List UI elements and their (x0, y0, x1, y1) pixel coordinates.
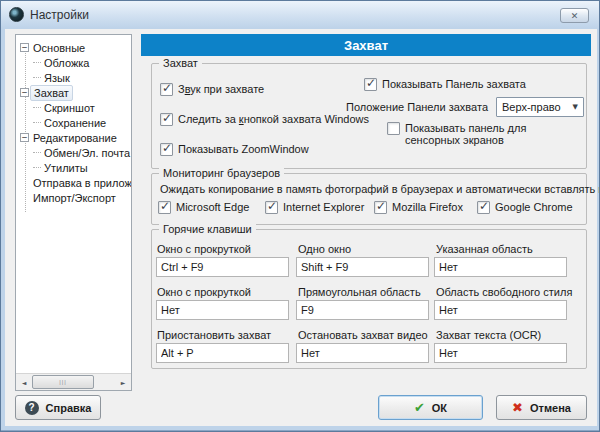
tree-branch-line (33, 107, 41, 108)
check-icon: ✓ (376, 199, 386, 213)
hotkey-label-7: Остановать захват видео (298, 329, 428, 341)
tree-item-obmen-pochta[interactable]: Обмен/Эл. почта (16, 145, 131, 160)
app-icon (9, 7, 24, 22)
browser-group-legend: Мониторинг браузеров (159, 167, 284, 180)
scroll-left-arrow[interactable]: ◄ (16, 374, 32, 390)
hotkey-label-8: Захват текста (OCR) (436, 329, 541, 341)
hotkey-input-1[interactable] (296, 257, 429, 277)
sound-on-capture-checkbox[interactable]: ✓ Звук при захвате (160, 83, 264, 96)
checkbox[interactable]: ✓ (160, 143, 173, 156)
hotkeys-group-legend: Горячие клавиши (159, 223, 256, 236)
cancel-x-icon: ✖ (512, 400, 523, 415)
tree-item-zakhvat-selected[interactable]: − Захват (16, 85, 131, 100)
touch-panel-checkbox[interactable]: ✓ Показывать панель для сенсорных экрано… (387, 122, 570, 146)
check-icon: ✓ (162, 141, 172, 155)
tree-branch-line (33, 122, 41, 123)
google-chrome-checkbox[interactable]: ✓ Google Chrome (477, 201, 573, 214)
tree-expander-icon[interactable]: − (20, 43, 29, 52)
mozilla-firefox-checkbox[interactable]: ✓ Mozilla Firefox (374, 201, 463, 214)
browser-monitoring-group: Мониторинг браузеров Ожидать копирование… (151, 173, 587, 225)
panel-position-value: Верх-право (502, 101, 561, 113)
hotkeys-group: Горячие клавиши Окно с прокруткой Одно о… (151, 229, 587, 369)
checkbox[interactable]: ✓ (158, 201, 171, 214)
hotkey-input-8[interactable] (434, 343, 567, 363)
tree-expander-icon[interactable]: − (20, 88, 29, 97)
panel-position-label: Положение Панели захвата (346, 101, 488, 113)
scrollbar-thumb[interactable]: ||| (32, 375, 94, 389)
tree-item-import-export[interactable]: Импорт/Экспорт (16, 190, 131, 205)
check-icon: ✓ (162, 81, 172, 95)
tree-branch-line (33, 167, 41, 168)
check-icon: ✓ (366, 76, 376, 90)
tree-item-osnovnye[interactable]: − Основные (16, 40, 131, 55)
show-capture-panel-checkbox[interactable]: ✓ Показывать Панель захвата (364, 78, 526, 91)
scrollbar-grip-icon: ||| (59, 379, 67, 385)
settings-window: Настройки ✕ − Основные Обложка Язык (0, 0, 600, 432)
hotkey-input-0[interactable] (156, 257, 289, 277)
panel-position-select[interactable]: Верх-право ▼ (496, 97, 584, 117)
microsoft-edge-checkbox[interactable]: ✓ Microsoft Edge (158, 201, 249, 214)
close-icon: ✕ (571, 11, 579, 21)
ok-check-icon: ✔ (414, 400, 425, 415)
hotkey-label-2: Указанная область (436, 243, 533, 255)
hotkey-label-4: Прямоугольная область (298, 286, 421, 298)
hotkey-label-0: Окно с прокруткой (157, 243, 251, 255)
internet-explorer-checkbox[interactable]: ✓ Internet Explorer (265, 201, 364, 214)
tree-branch-line (33, 77, 41, 78)
tree-item-sokhranenie[interactable]: Сохранение (16, 115, 131, 130)
tree-branch-line (33, 62, 41, 63)
window-title: Настройки (30, 8, 89, 22)
scroll-right-arrow[interactable]: ► (115, 374, 131, 390)
check-icon: ✓ (267, 199, 277, 213)
tree-item-utility[interactable]: Утилиты (16, 160, 131, 175)
tree-item-oblozhka[interactable]: Обложка (16, 55, 131, 70)
settings-tree-panel: − Основные Обложка Язык − Захват Ск (15, 34, 132, 391)
tree-item-redaktirovanie[interactable]: − Редактирование (16, 130, 131, 145)
check-icon: ✓ (162, 111, 172, 125)
check-icon: ✓ (479, 199, 489, 213)
hotkey-input-7[interactable] (296, 343, 429, 363)
help-icon: ? (25, 401, 39, 415)
hotkey-input-5[interactable] (434, 300, 567, 320)
hotkey-input-4[interactable] (296, 300, 429, 320)
capture-group: Захват ✓ Звук при захвате ✓ Следить за к… (151, 63, 587, 169)
checkbox[interactable]: ✓ (265, 201, 278, 214)
settings-tree: − Основные Обложка Язык − Захват Ск (16, 35, 131, 205)
close-button[interactable]: ✕ (560, 8, 589, 23)
page-title: Захват (141, 34, 591, 56)
checkbox[interactable]: ✓ (364, 78, 377, 91)
hotkey-input-6[interactable] (156, 343, 289, 363)
watch-windows-capture-key-checkbox[interactable]: ✓ Следить за кнопкой захвата Windows (160, 113, 369, 126)
ok-button-label: ОК (432, 402, 447, 414)
dialog-body: − Основные Обложка Язык − Захват Ск (5, 29, 597, 426)
tree-item-yazyk[interactable]: Язык (16, 70, 131, 85)
chevron-down-icon: ▼ (573, 103, 578, 111)
hotkey-input-3[interactable] (156, 300, 289, 320)
hotkey-label-5: Область свободного стиля (436, 286, 572, 298)
hotkey-label-1: Одно окно (298, 243, 351, 255)
ok-button[interactable]: ✔ ОК (378, 395, 483, 420)
cancel-button[interactable]: ✖ Отмена (496, 395, 587, 420)
checkbox[interactable]: ✓ (477, 201, 490, 214)
tree-horizontal-scrollbar[interactable]: ◄ ||| ► (16, 373, 131, 390)
titlebar[interactable]: Настройки ✕ (1, 1, 599, 28)
hotkey-input-2[interactable] (434, 257, 567, 277)
browser-monitoring-description: Ожидать копирование в память фотографий … (160, 183, 600, 195)
checkbox[interactable]: ✓ (374, 201, 387, 214)
cancel-button-label: Отмена (530, 402, 571, 414)
check-icon: ✓ (160, 199, 170, 213)
checkbox[interactable]: ✓ (160, 113, 173, 126)
hotkey-label-3: Окно с прокруткой (157, 286, 251, 298)
checkbox[interactable]: ✓ (160, 83, 173, 96)
checkbox[interactable]: ✓ (387, 122, 400, 135)
show-zoomwindow-checkbox[interactable]: ✓ Показывать ZoomWindow (160, 143, 309, 156)
help-button-label: Справка (46, 402, 92, 414)
tree-item-otpravka[interactable]: Отправка в приложен (16, 175, 131, 190)
capture-group-legend: Захват (159, 57, 202, 70)
tree-expander-icon[interactable]: − (20, 133, 29, 142)
hotkey-label-6: Приостановить захват (157, 329, 271, 341)
tree-branch-line (33, 152, 41, 153)
help-button[interactable]: ? Справка (15, 395, 101, 420)
tree-item-skrinshot[interactable]: Скриншот (16, 100, 131, 115)
